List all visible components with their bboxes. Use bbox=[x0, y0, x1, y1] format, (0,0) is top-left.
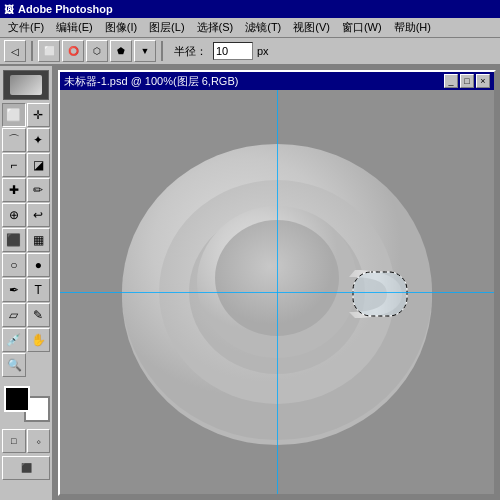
tool-row-5: ⊕ ↩ bbox=[2, 203, 50, 227]
toolbar-marquee-custom[interactable]: ⬟ bbox=[110, 40, 132, 62]
tool-shape[interactable]: ▱ bbox=[2, 303, 26, 327]
tool-notes[interactable]: ✎ bbox=[27, 303, 51, 327]
tool-heal[interactable]: ✚ bbox=[2, 178, 26, 202]
tool-slice[interactable]: ◪ bbox=[27, 153, 51, 177]
canvas-area: 未标器-1.psd @ 100%(图层 6,RGB) _ □ × bbox=[54, 66, 500, 500]
screen-mode-row: ⬛ bbox=[2, 456, 50, 480]
menu-view[interactable]: 视图(V) bbox=[287, 18, 336, 37]
title-bar: 🖼 Adobe Photoshop bbox=[0, 0, 500, 18]
tool-row-7: ○ ● bbox=[2, 253, 50, 277]
tool-row-8: ✒ T bbox=[2, 278, 50, 302]
tool-row-4: ✚ ✏ bbox=[2, 178, 50, 202]
toolbar-marquee-ellipse[interactable]: ⭕ bbox=[62, 40, 84, 62]
radius-label: 半径： bbox=[174, 44, 207, 59]
tool-row-11: 🔍 bbox=[2, 353, 50, 377]
tool-lasso[interactable]: ⌒ bbox=[2, 128, 26, 152]
tool-row-3: ⌐ ◪ bbox=[2, 153, 50, 177]
tool-pen[interactable]: ✒ bbox=[2, 278, 26, 302]
selection-marquee bbox=[353, 272, 407, 316]
document-title-bar: 未标器-1.psd @ 100%(图层 6,RGB) _ □ × bbox=[60, 72, 494, 90]
toolbar: ◁ ⬜ ⭕ ⬡ ⬟ ▼ 半径： px bbox=[0, 38, 500, 66]
doc-restore-btn[interactable]: □ bbox=[460, 74, 474, 88]
tool-magic-wand[interactable]: ✦ bbox=[27, 128, 51, 152]
menu-layer[interactable]: 图层(L) bbox=[143, 18, 190, 37]
mask-mode-row: □ ⬦ bbox=[2, 429, 50, 453]
tool-row-10: 💉 ✋ bbox=[2, 328, 50, 352]
tool-crop[interactable]: ⌐ bbox=[2, 153, 26, 177]
screen-mode-btn[interactable]: ⬛ bbox=[2, 456, 50, 480]
color-area bbox=[2, 384, 50, 424]
app-title: Adobe Photoshop bbox=[18, 3, 113, 15]
radius-input[interactable] bbox=[213, 42, 253, 60]
tool-text[interactable]: T bbox=[27, 278, 51, 302]
main-area: ⬜ ✛ ⌒ ✦ ⌐ ◪ ✚ ✏ ⊕ ↩ ⬛ ▦ ○ ● ✒ T bbox=[0, 66, 500, 500]
color-swatches bbox=[4, 386, 50, 422]
tool-row-2: ⌒ ✦ bbox=[2, 128, 50, 152]
tool-row-1: ⬜ ✛ bbox=[2, 103, 50, 127]
tool-row-6: ⬛ ▦ bbox=[2, 228, 50, 252]
tool-row-9: ▱ ✎ bbox=[2, 303, 50, 327]
toolbar-back-btn[interactable]: ◁ bbox=[4, 40, 26, 62]
tool-gradient[interactable]: ▦ bbox=[27, 228, 51, 252]
app-icon: 🖼 bbox=[4, 4, 14, 15]
toolbar-marquee-poly[interactable]: ⬡ bbox=[86, 40, 108, 62]
toolbar-marquee-rect[interactable]: ⬜ bbox=[38, 40, 60, 62]
toolbar-option-btn[interactable]: ▼ bbox=[134, 40, 156, 62]
tool-zoom[interactable]: 🔍 bbox=[2, 353, 26, 377]
standard-mode-btn[interactable]: □ bbox=[2, 429, 26, 453]
quickmask-mode-btn[interactable]: ⬦ bbox=[27, 429, 51, 453]
menu-filter[interactable]: 滤镜(T) bbox=[239, 18, 287, 37]
tool-dodge[interactable]: ○ bbox=[2, 253, 26, 277]
radius-unit: px bbox=[257, 45, 269, 57]
tool-brush[interactable]: ✏ bbox=[27, 178, 51, 202]
tool-burn[interactable]: ● bbox=[27, 253, 51, 277]
menu-image[interactable]: 图像(I) bbox=[99, 18, 143, 37]
toolbar-separator-1 bbox=[31, 41, 33, 61]
menu-bar: 文件(F) 编辑(E) 图像(I) 图层(L) 选择(S) 滤镜(T) 视图(V… bbox=[0, 18, 500, 38]
menu-file[interactable]: 文件(F) bbox=[2, 18, 50, 37]
document-window: 未标器-1.psd @ 100%(图层 6,RGB) _ □ × bbox=[58, 70, 496, 496]
guide-vertical bbox=[277, 90, 278, 494]
tool-eraser[interactable]: ⬛ bbox=[2, 228, 26, 252]
tool-history-brush[interactable]: ↩ bbox=[27, 203, 51, 227]
foreground-color-swatch[interactable] bbox=[4, 386, 30, 412]
tool-hand[interactable]: ✋ bbox=[27, 328, 51, 352]
menu-help[interactable]: 帮助(H) bbox=[388, 18, 437, 37]
tool-move[interactable]: ✛ bbox=[27, 103, 51, 127]
tool-rectangular-marquee[interactable]: ⬜ bbox=[2, 103, 26, 127]
document-canvas bbox=[60, 90, 494, 494]
tool-stamp[interactable]: ⊕ bbox=[2, 203, 26, 227]
document-title: 未标器-1.psd @ 100%(图层 6,RGB) bbox=[64, 74, 238, 89]
doc-minimize-btn[interactable]: _ bbox=[444, 74, 458, 88]
toolbar-separator-2 bbox=[161, 41, 163, 61]
document-controls: _ □ × bbox=[444, 74, 490, 88]
menu-edit[interactable]: 编辑(E) bbox=[50, 18, 99, 37]
doc-close-btn[interactable]: × bbox=[476, 74, 490, 88]
toolbox: ⬜ ✛ ⌒ ✦ ⌐ ◪ ✚ ✏ ⊕ ↩ ⬛ ▦ ○ ● ✒ T bbox=[0, 66, 54, 500]
menu-window[interactable]: 窗口(W) bbox=[336, 18, 388, 37]
menu-select[interactable]: 选择(S) bbox=[191, 18, 240, 37]
tool-eyedropper[interactable]: 💉 bbox=[2, 328, 26, 352]
